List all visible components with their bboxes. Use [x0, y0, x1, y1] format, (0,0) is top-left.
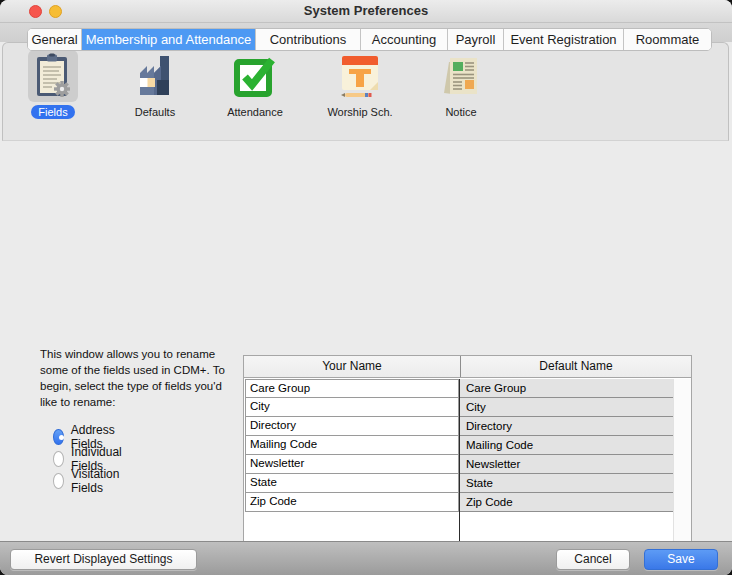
radio-label: Visitation Fields	[71, 467, 125, 495]
clipboard-gear-icon	[28, 50, 78, 102]
content-area: This window allows you to rename some of…	[0, 141, 732, 541]
your-name-cell[interactable]: Directory	[245, 417, 459, 436]
column-header-your-name: Your Name	[244, 356, 460, 377]
tab-contributions[interactable]: Contributions	[256, 29, 361, 50]
revert-displayed-settings-button[interactable]: Revert Displayed Settings	[10, 549, 197, 570]
toolbar-item-label: Attendance	[220, 105, 290, 119]
default-name-cell: Newsletter	[460, 455, 673, 474]
tab-membership-and-attendance[interactable]: Membership and Attendance	[82, 29, 256, 50]
system-preferences-window: System Preferences GeneralMembership and…	[0, 0, 732, 575]
cancel-button[interactable]: Cancel	[556, 549, 630, 570]
green-checkbox-icon	[230, 50, 280, 102]
worship-page-icon	[335, 50, 385, 102]
tab-general[interactable]: General	[28, 29, 82, 50]
radio-button-icon[interactable]	[53, 451, 64, 467]
footer-bar: Revert Displayed Settings Cancel Save	[0, 541, 732, 575]
your-name-cell[interactable]: Care Group	[245, 379, 459, 398]
toolbar-item-notice[interactable]: Notice	[413, 50, 509, 120]
your-name-cell[interactable]: Mailing Code	[245, 436, 459, 455]
default-name-cell: State	[460, 474, 673, 493]
default-name-cell: Mailing Code	[460, 436, 673, 455]
your-name-cell[interactable]: Zip Code	[245, 493, 459, 512]
toolbar-item-label: Defaults	[128, 105, 182, 119]
radio-visitation-fields[interactable]: Visitation Fields	[53, 473, 124, 489]
table-header-row: Your Name Default Name	[244, 356, 691, 378]
toolbar-item-label: Notice	[438, 105, 483, 119]
toolbar-item-worship-sch[interactable]: Worship Sch.	[312, 50, 408, 120]
radio-address-fields[interactable]: Address Fields	[53, 429, 120, 445]
instruction-text: This window allows you to rename some of…	[40, 346, 240, 410]
your-name-cell[interactable]: City	[245, 398, 459, 417]
default-name-cell: Care Group	[460, 379, 673, 398]
window-title: System Preferences	[0, 3, 732, 18]
preferences-tab-bar: GeneralMembership and AttendanceContribu…	[27, 28, 712, 51]
toolbar-item-fields[interactable]: Fields	[5, 50, 101, 120]
save-button[interactable]: Save	[644, 549, 718, 570]
tab-roommate[interactable]: Roommate	[624, 29, 711, 50]
your-name-cell[interactable]: Newsletter	[245, 455, 459, 474]
radio-button-icon[interactable]	[53, 473, 64, 489]
radio-button-icon[interactable]	[53, 429, 64, 445]
toolbar-item-defaults[interactable]: Defaults	[107, 50, 203, 120]
default-name-cell: Zip Code	[460, 493, 673, 512]
toolbar-item-label: Fields	[31, 105, 74, 119]
radio-individual-fields[interactable]: Individual Fields	[53, 451, 127, 467]
newspaper-icon	[436, 50, 486, 102]
tab-event-registration[interactable]: Event Registration	[504, 29, 624, 50]
toolbar-item-attendance[interactable]: Attendance	[207, 50, 303, 120]
title-bar: System Preferences	[0, 0, 732, 23]
factory-icon	[130, 50, 180, 102]
your-name-cell[interactable]: State	[245, 474, 459, 493]
tab-payroll[interactable]: Payroll	[448, 29, 504, 50]
tab-accounting[interactable]: Accounting	[361, 29, 448, 50]
column-header-default-name: Default Name	[460, 356, 691, 377]
default-name-cell: City	[460, 398, 673, 417]
toolbar-item-label: Worship Sch.	[320, 105, 399, 119]
default-name-cell: Directory	[460, 417, 673, 436]
